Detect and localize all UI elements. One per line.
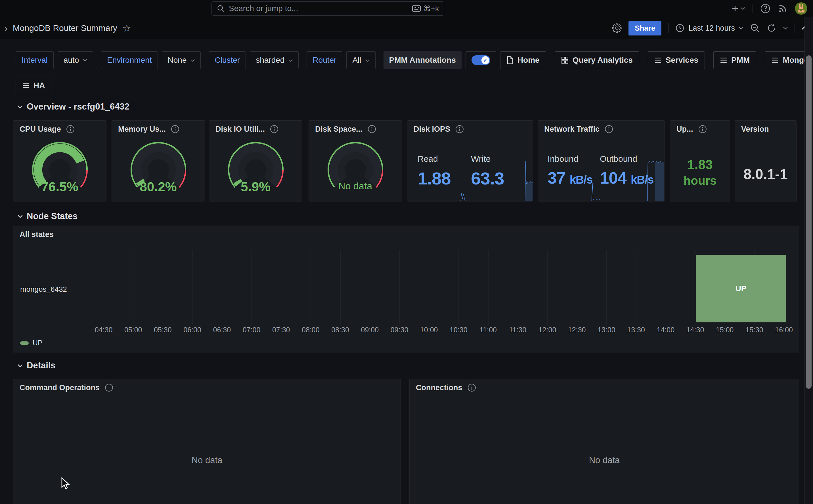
pmm-annotations-toggle[interactable]: ✓ [472,55,490,65]
news-button[interactable] [778,4,787,13]
dashboard-settings-button[interactable] [612,23,622,33]
panel-title[interactable]: Disk IO Utili... [215,125,265,134]
filter-bar-row2: HA [16,77,51,94]
info-icon[interactable] [605,125,613,133]
keyboard-icon [412,5,421,12]
query-analytics-button[interactable]: Query Analytics [555,51,639,69]
section-node-states[interactable]: Node States [18,211,77,221]
chevron-down-icon [18,105,23,108]
no-data-message: No data [13,455,401,465]
shortcut-label: ⌘+k [424,4,439,13]
gauge-value: 76.5% [13,179,106,194]
gridline [311,250,311,325]
stat-value: 1.88 [418,168,451,188]
info-icon[interactable] [455,125,464,133]
pmm-button[interactable]: PMM [713,51,756,69]
breadcrumb-expand-chevron[interactable]: › [5,24,8,33]
zoom-out-button[interactable] [750,23,760,33]
stat-outbound: Outbound 104 kB/s [600,154,653,187]
panel-title[interactable]: Connections [416,383,462,392]
gridline [429,250,429,325]
query-analytics-label: Query Analytics [573,56,633,65]
services-button[interactable]: Services [648,51,705,69]
pmm-annotations-toggle-box[interactable]: ✓ [466,51,496,69]
panel-title[interactable]: Network Traffic [544,125,600,134]
axis-tick-label: 06:30 [213,326,231,334]
filter-interval-select[interactable]: auto [58,51,93,69]
panel-disk-io-utilization: Disk IO Utili... 5.9% [209,120,302,201]
filter-router-select[interactable]: All [346,51,375,69]
search-input[interactable] [229,4,408,13]
info-icon[interactable] [698,125,707,133]
panel-title[interactable]: Disk IOPS [414,125,450,134]
legend-color-swatch [20,341,29,345]
refresh-interval-dropdown[interactable] [783,27,788,30]
favorite-star-icon[interactable]: ☆ [122,23,131,33]
help-button[interactable] [760,3,770,14]
axis-tick-label: 08:00 [302,326,320,334]
chevron-down-icon [741,7,745,10]
panel-title[interactable]: Command Operations [20,383,100,392]
panel-disk-iops: Disk IOPS Read 1.88 Write 63.3 [407,120,533,201]
filter-router-label[interactable]: Router [307,51,342,69]
chevron-down-icon [783,27,788,30]
page-title[interactable]: MongoDB Router Summary [13,23,117,33]
info-icon[interactable] [270,125,278,133]
info-icon[interactable] [105,383,113,392]
stat-label: Read [418,154,451,164]
time-range-picker[interactable]: Last 12 hours [675,24,743,33]
chevron-down-icon [288,59,293,62]
menu-icon [771,57,779,63]
panel-title[interactable]: All states [20,230,54,239]
filter-interval-label[interactable]: Interval [16,51,54,69]
scrollbar-thumb[interactable] [806,55,812,389]
axis-tick-label: 15:30 [745,326,763,334]
axis-tick-label: 11:00 [479,326,497,334]
info-icon[interactable] [66,125,75,133]
legend-item-up[interactable]: UP [20,339,43,347]
filter-environment-value: None [168,56,187,65]
avatar[interactable] [795,2,807,15]
gauge-value: 5.9% [209,179,302,194]
gridline [104,250,104,325]
stat-read: Read 1.88 [418,154,451,188]
home-button[interactable]: Home [500,51,546,69]
info-icon[interactable] [468,383,476,392]
axis-tick-label: 09:30 [391,326,408,334]
panel-title[interactable]: CPU Usage [20,125,61,134]
section-details[interactable]: Details [18,360,56,371]
stat-unit: kB/s [631,173,654,186]
gridline [340,250,341,325]
filter-cluster-label[interactable]: Cluster [209,51,246,69]
info-icon[interactable] [171,125,179,133]
refresh-button[interactable] [767,23,776,33]
gridline [547,250,548,325]
clock-icon [675,24,684,33]
ha-button[interactable]: HA [16,77,51,94]
panel-title[interactable]: Up... [676,125,693,134]
gridline [666,250,666,325]
axis-tick-label: 15:00 [716,326,734,334]
search-bar[interactable]: ⌘+k [211,1,444,16]
filter-environment-label[interactable]: Environment [101,51,158,69]
uptime-unit: hours [670,174,730,188]
no-data-message: No data [410,455,799,465]
filter-environment-select[interactable]: None [162,51,201,69]
filter-router-value: All [352,56,361,65]
stat-value: 104 [600,169,626,187]
pmm-label: PMM [731,56,750,65]
share-button[interactable]: Share [628,21,661,35]
panel-title[interactable]: Memory Us... [118,125,166,134]
add-button[interactable]: + [732,3,745,14]
section-overview[interactable]: Overview - rscfg01_6432 [18,102,129,112]
chevron-down-icon [190,59,195,62]
gridline [399,250,400,325]
info-icon[interactable] [368,125,376,133]
panel-title[interactable]: Version [741,125,769,134]
panel-title[interactable]: Disk Space... [315,125,363,134]
filter-cluster-select[interactable]: sharded [250,51,299,69]
section-node-states-title: Node States [27,211,77,221]
scrollbar-track[interactable] [804,17,813,504]
filter-cluster-value: sharded [256,56,284,65]
gauge-no-data: No data [309,180,402,192]
